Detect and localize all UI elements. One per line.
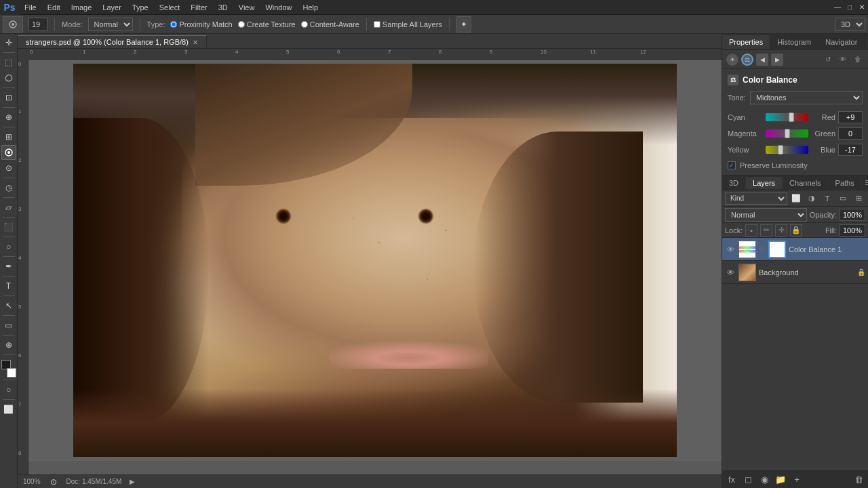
- layers-panel-menu[interactable]: ☰: [862, 176, 868, 190]
- filter-pixel-icon[interactable]: ⬜: [789, 192, 803, 205]
- dodge-tool[interactable]: ○: [1, 239, 16, 254]
- layer-mode-select[interactable]: Normal: [725, 208, 807, 222]
- close-button[interactable]: ✕: [856, 2, 868, 13]
- zoom-tool[interactable]: ⊕: [1, 338, 16, 352]
- add-link-icon[interactable]: fx: [725, 473, 738, 487]
- tab-3d[interactable]: 3D: [722, 177, 746, 189]
- maximize-button[interactable]: □: [844, 2, 856, 13]
- menu-view[interactable]: View: [233, 2, 260, 13]
- panel-menu-icon[interactable]: ☰: [865, 34, 868, 50]
- background-color[interactable]: [7, 368, 16, 378]
- yellow-blue-value[interactable]: [838, 144, 863, 156]
- path-selection[interactable]: ↖: [1, 298, 16, 313]
- tab-properties[interactable]: Properties: [722, 35, 770, 49]
- tab-layers[interactable]: Layers: [746, 177, 783, 189]
- heal-icon[interactable]: ✦: [456, 16, 471, 33]
- heal-tool[interactable]: ⊞: [1, 129, 16, 144]
- yellow-blue-slider[interactable]: [766, 146, 808, 154]
- layer-background[interactable]: 👁 Background 🔒: [722, 261, 868, 284]
- adj-icon-1[interactable]: ☀: [726, 54, 738, 66]
- filter-shape-icon[interactable]: ▭: [836, 192, 850, 205]
- tone-select[interactable]: Midtones Shadows Highlights: [750, 91, 863, 104]
- trash-icon[interactable]: 🗑: [852, 54, 864, 66]
- clone-tool[interactable]: ⊙: [1, 161, 16, 176]
- workspace-select[interactable]: 3D: [835, 18, 865, 31]
- menu-help[interactable]: Help: [298, 2, 324, 13]
- adj-icon-nav-next[interactable]: ▶: [771, 54, 783, 66]
- delete-layer-icon[interactable]: 🗑: [852, 473, 865, 487]
- cyan-red-thumb[interactable]: [789, 113, 794, 122]
- lock-transparent[interactable]: ▪: [745, 224, 757, 237]
- screen-mode[interactable]: ⬜: [1, 402, 16, 417]
- yellow-blue-thumb[interactable]: [778, 145, 783, 155]
- kind-select[interactable]: Kind: [725, 192, 787, 205]
- mode-select[interactable]: Normal: [88, 18, 133, 31]
- preserve-checkbox[interactable]: [728, 161, 736, 169]
- menu-select[interactable]: Select: [154, 2, 186, 13]
- menu-layer[interactable]: Layer: [97, 2, 127, 13]
- add-group-icon[interactable]: 📁: [774, 473, 787, 487]
- add-mask-icon[interactable]: ◻: [741, 473, 755, 487]
- content-aware-radio[interactable]: Content-Aware: [301, 20, 359, 28]
- history-brush[interactable]: ◷: [1, 180, 16, 195]
- add-adjustment-icon[interactable]: ◉: [757, 473, 771, 487]
- tab-navigator[interactable]: Navigator: [818, 35, 865, 49]
- tab-close-button[interactable]: ✕: [193, 39, 198, 46]
- lock-all[interactable]: 🔒: [790, 224, 802, 237]
- brush-tool[interactable]: [1, 145, 16, 160]
- eraser-tool[interactable]: ▱: [1, 200, 16, 215]
- status-icon[interactable]: ⊙: [49, 477, 58, 487]
- canvas-tab[interactable]: strangers.psd @ 100% (Color Balance 1, R…: [18, 35, 207, 48]
- eyedropper-tool[interactable]: ⊕: [1, 110, 16, 125]
- menu-image[interactable]: Image: [66, 2, 98, 13]
- tab-paths[interactable]: Paths: [829, 177, 862, 189]
- layer-color-balance[interactable]: 👁: [722, 238, 868, 261]
- magenta-green-value[interactable]: [838, 127, 863, 140]
- crop-tool[interactable]: ⊡: [1, 90, 16, 105]
- add-layer-icon[interactable]: +: [790, 473, 804, 487]
- menu-file[interactable]: File: [19, 2, 42, 13]
- menu-filter[interactable]: Filter: [185, 2, 212, 13]
- lock-position[interactable]: ✛: [775, 224, 787, 237]
- eye-icon[interactable]: 👁: [837, 54, 849, 66]
- layer-eye-2[interactable]: 👁: [725, 267, 736, 278]
- canvas-image[interactable]: [73, 64, 677, 457]
- menu-3d[interactable]: 3D: [213, 2, 233, 13]
- filter-smart-icon[interactable]: ⊞: [852, 192, 865, 205]
- pen-tool[interactable]: ✒: [1, 259, 16, 274]
- adj-icon-active[interactable]: ⚖: [741, 54, 753, 66]
- filter-adj-icon[interactable]: ◑: [805, 192, 818, 205]
- layer-eye-1[interactable]: 👁: [725, 244, 736, 255]
- type-tool[interactable]: T: [1, 279, 16, 293]
- layer-mask-1[interactable]: [768, 241, 786, 258]
- arrow-button[interactable]: ▶: [130, 478, 135, 485]
- tab-histogram[interactable]: Histogram: [770, 35, 818, 49]
- brush-size-input[interactable]: [28, 18, 47, 31]
- canvas-content[interactable]: [28, 60, 722, 461]
- brush-tool-icon[interactable]: [3, 16, 23, 33]
- lasso-tool[interactable]: [1, 70, 16, 85]
- gradient-tool[interactable]: ⬛: [1, 220, 16, 235]
- sample-all-checkbox[interactable]: Sample All Layers: [374, 20, 442, 28]
- fill-input[interactable]: [840, 224, 865, 237]
- move-tool[interactable]: ✛: [1, 35, 16, 50]
- magenta-green-slider[interactable]: [766, 129, 808, 138]
- magenta-green-thumb[interactable]: [785, 129, 790, 138]
- adj-icon-nav-prev[interactable]: ◀: [756, 54, 768, 66]
- selection-tool[interactable]: ⬚: [1, 55, 16, 70]
- menu-edit[interactable]: Edit: [42, 2, 66, 13]
- minimize-button[interactable]: —: [831, 2, 844, 13]
- cyan-red-value[interactable]: [838, 111, 863, 123]
- cyan-red-slider[interactable]: [766, 113, 808, 121]
- menu-window[interactable]: Window: [260, 2, 297, 13]
- proximity-match-radio[interactable]: Proximity Match: [170, 20, 232, 28]
- menu-type[interactable]: Type: [127, 2, 154, 13]
- lock-image[interactable]: ✏: [760, 224, 772, 237]
- refresh-icon[interactable]: ↺: [822, 54, 834, 66]
- filter-type-icon[interactable]: T: [821, 192, 834, 205]
- shape-tool[interactable]: ▭: [1, 318, 16, 333]
- opacity-input[interactable]: [840, 209, 865, 221]
- create-texture-radio[interactable]: Create Texture: [238, 20, 296, 28]
- quick-mask[interactable]: ○: [1, 382, 16, 397]
- tab-channels[interactable]: Channels: [783, 177, 828, 189]
